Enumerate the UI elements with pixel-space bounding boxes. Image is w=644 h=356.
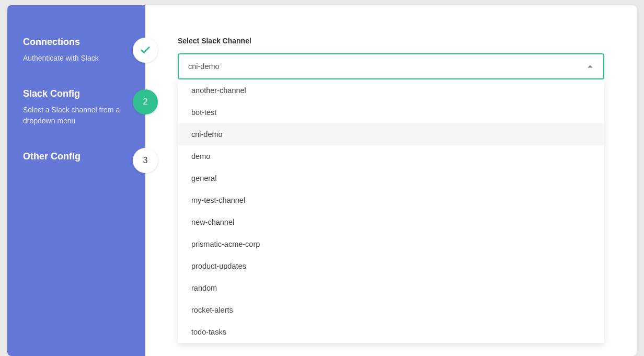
dropdown-option[interactable]: prismatic-acme-corp (178, 233, 604, 255)
dropdown-option[interactable]: another-channel (178, 79, 604, 101)
step-title: Slack Config (23, 88, 133, 99)
select-channel-label: Select Slack Channel (178, 37, 604, 45)
step-title: Connections (23, 37, 133, 48)
dropdown-option[interactable]: random (178, 277, 604, 299)
wizard-main: Select Slack Channel cni-demo another-ch… (145, 5, 637, 356)
chevron-up-icon (588, 65, 593, 68)
step-desc: Select a Slack channel from a dropdown m… (23, 105, 128, 127)
dropdown-option[interactable]: general (178, 167, 604, 189)
dropdown-option[interactable]: demo (178, 145, 604, 167)
dropdown-option[interactable]: todo-tasks (178, 321, 604, 343)
step-other-config[interactable]: Other Config 3 (23, 151, 133, 162)
dropdown-option[interactable]: rocket-alerts (178, 299, 604, 321)
step-slack-config[interactable]: Slack Config Select a Slack channel from… (23, 88, 133, 127)
wizard-sidebar: Connections Authenticate with Slack Slac… (7, 5, 145, 356)
dropdown-option[interactable]: product-updates (178, 255, 604, 277)
select-current-value: cni-demo (188, 62, 220, 71)
dropdown-option[interactable]: my-test-channel (178, 189, 604, 211)
slack-channel-dropdown: another-channelbot-testcni-demodemogener… (178, 79, 604, 343)
config-wizard: Connections Authenticate with Slack Slac… (7, 5, 637, 356)
slack-channel-select[interactable]: cni-demo (178, 53, 604, 79)
step-desc: Authenticate with Slack (23, 53, 128, 64)
step-title: Other Config (23, 151, 133, 162)
dropdown-option[interactable]: bot-test (178, 101, 604, 123)
dropdown-option[interactable]: cni-demo (178, 123, 604, 145)
dropdown-option[interactable]: new-channel (178, 211, 604, 233)
step-connections[interactable]: Connections Authenticate with Slack (23, 37, 133, 64)
